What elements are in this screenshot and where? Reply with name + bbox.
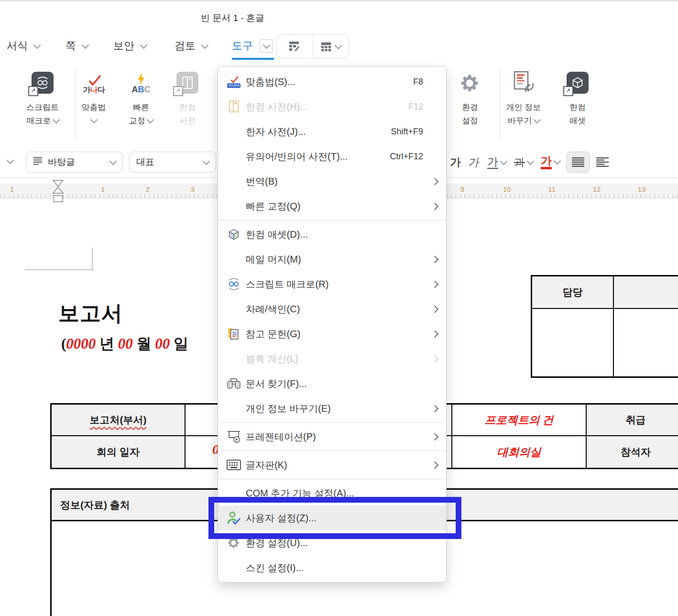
submenu-arrow-icon: [423, 257, 446, 262]
menu-item-thesaurus-dictionary[interactable]: 유의어/반의어 사전(T)...Ctrl+F12: [218, 144, 446, 169]
menu-item-translate[interactable]: 번역(B): [218, 169, 446, 194]
toolbar-button-label: 개인 정보: [506, 100, 541, 114]
toolbar-quick-correct-button[interactable]: ABC빠른교정: [117, 67, 165, 127]
info-label2-cell[interactable]: 참석자: [587, 436, 678, 468]
info-label-cell[interactable]: 보고처(부서): [52, 405, 186, 436]
indent-margin-marker[interactable]: [52, 180, 65, 209]
menu-item-keyboard-layout[interactable]: 글자판(K): [218, 452, 446, 477]
justify-button[interactable]: [566, 152, 590, 173]
menu-tools[interactable]: 도구: [232, 31, 273, 61]
page-corner-mark: [25, 269, 94, 270]
toolbar-privacy-change-button[interactable]: 개인 정보바꾸기: [492, 67, 556, 127]
keyboard-icon: [225, 456, 243, 474]
toolbar-environment-settings-button[interactable]: 환경설정: [448, 67, 492, 127]
date-text: 일: [170, 335, 188, 352]
ruler-label: 10: [503, 185, 511, 193]
active-menu-underline: [232, 58, 274, 60]
no-icon: [225, 559, 243, 577]
toolbar-spell-check-button[interactable]: 가나다맞춤법: [71, 67, 117, 127]
quick-correct-icon: ABC: [132, 67, 151, 94]
char-style-value: 대표: [136, 156, 199, 168]
no-icon: [225, 300, 243, 318]
menu-item-hanja-dictionary[interactable]: 한자 사전(J)...Shift+F9: [218, 119, 446, 144]
table-edit-button[interactable]: [277, 35, 313, 58]
menu-item-shortcut: Ctrl+F12: [390, 152, 423, 162]
strikethrough-button[interactable]: 과: [513, 155, 535, 170]
assignee-empty-cell[interactable]: [614, 309, 678, 376]
chevron-down-icon: [147, 116, 154, 123]
presentation-icon: [225, 428, 243, 446]
menu-item-hancom-assets[interactable]: 한컴 애셋(D)...: [218, 222, 446, 247]
date-placeholder-red: 0000: [66, 335, 96, 352]
justify-icon: [572, 157, 584, 167]
chevron-down-icon: [90, 116, 98, 123]
toolbar-hancom-asset-button[interactable]: ↗한컴애셋: [556, 67, 600, 127]
toolbar-separator: [75, 68, 76, 139]
info-label2: 취급: [626, 413, 646, 427]
date-text: (: [61, 335, 66, 352]
menu-item-label: 차례/색인(C): [246, 303, 423, 316]
menu-item-change-personal-info[interactable]: 개인 정보 바꾸기(E): [218, 396, 446, 421]
ruler-label: 11: [548, 185, 556, 193]
assignee-header-cell[interactable]: 담당: [532, 276, 614, 309]
document-date-line[interactable]: (0000 년 00 월 00 일: [61, 334, 188, 354]
menu-item-references[interactable]: 참고 문헌(G): [218, 321, 446, 346]
hancom-asset-icon: ↗: [567, 67, 589, 94]
info-red-value-cell[interactable]: 프로젝트의 건: [452, 405, 587, 436]
script-macro-circles-icon: [225, 275, 243, 293]
window-title: 빈 문서 1 - 흔글: [201, 12, 264, 24]
font-color-button[interactable]: 가: [539, 155, 561, 169]
submenu-arrow-icon: [423, 179, 446, 184]
menu-item-shortcut: F8: [413, 77, 423, 87]
menu-item-toc-index[interactable]: 차례/색인(C): [218, 297, 446, 321]
menu-security[interactable]: 보안: [113, 31, 146, 61]
table-grid-icon: [320, 41, 332, 52]
submenu-arrow-icon: [423, 307, 446, 312]
menu-review[interactable]: 검토: [175, 31, 208, 61]
quick-button-group: [276, 34, 349, 58]
menu-item-label: 문서 찾기(F)...: [246, 377, 423, 390]
toolbar-script-macro-button[interactable]: ↗스크립트매크로: [14, 67, 71, 127]
info-red-value-cell[interactable]: 대회의실: [452, 436, 587, 468]
menu-item-label: 프레젠테이션(P): [246, 430, 423, 443]
tools-menu-chevron-box[interactable]: [260, 39, 273, 53]
menu-item-presentation[interactable]: 프레젠테이션(P): [218, 424, 446, 449]
menu-item-mail-merge[interactable]: 메일 머지(M): [218, 247, 446, 272]
align-left-button[interactable]: [595, 157, 610, 167]
menu-item-label: 스크립트 매크로(R): [246, 278, 423, 291]
menu-item-skin-settings[interactable]: 스킨 설정(I)...: [218, 555, 446, 580]
ruler-label: 1: [101, 185, 105, 193]
menu-item-script-macro[interactable]: 스크립트 매크로(R): [218, 272, 446, 297]
italic-button[interactable]: 가: [467, 155, 481, 170]
assignee-empty-cell[interactable]: [532, 309, 614, 376]
char-style-combo[interactable]: 대표: [129, 152, 216, 173]
menu-separator: [218, 220, 446, 220]
chevron-down-icon: [33, 41, 41, 49]
underline-button[interactable]: 가: [486, 155, 508, 169]
info-label2-cell[interactable]: 취급: [587, 405, 678, 436]
bold-button[interactable]: 가: [448, 155, 462, 170]
document-heading[interactable]: 보고서: [58, 299, 123, 328]
table-grid-button[interactable]: [313, 35, 349, 58]
no-icon: [225, 197, 243, 215]
menu-item-quick-correct[interactable]: 빠른 교정(Q): [218, 194, 446, 219]
menu-label: 보안: [113, 39, 134, 53]
no-icon: [225, 250, 243, 268]
menu-item-label: 참고 문헌(G): [246, 328, 423, 341]
ruler-label: 3: [191, 185, 195, 193]
menu-separator: [218, 422, 446, 423]
toolbar-button-label: 스크립트: [26, 100, 59, 114]
paragraph-style-combo[interactable]: 바탕글: [26, 152, 123, 173]
assignee-header-cell-2[interactable]: [614, 276, 678, 309]
info-label-cell[interactable]: 회의 일자: [52, 436, 186, 468]
toolbar-button-label: 빠른: [133, 100, 149, 114]
menu-item-find-document[interactable]: 문서 찾기(F)...: [218, 371, 446, 396]
menu-format[interactable]: 서식: [7, 31, 40, 61]
toolbar-button-label: 애셋: [569, 114, 586, 127]
formatbar-collapse-chevron-icon[interactable]: [7, 157, 14, 165]
menu-page[interactable]: 쪽: [66, 31, 88, 61]
toolbar-button-label: 사전: [179, 114, 196, 127]
ruler-label: 1: [10, 185, 14, 193]
submenu-arrow-icon: [423, 462, 446, 468]
menu-item-spell-check[interactable]: 가나다맞춤법(S)...F8: [218, 69, 446, 94]
